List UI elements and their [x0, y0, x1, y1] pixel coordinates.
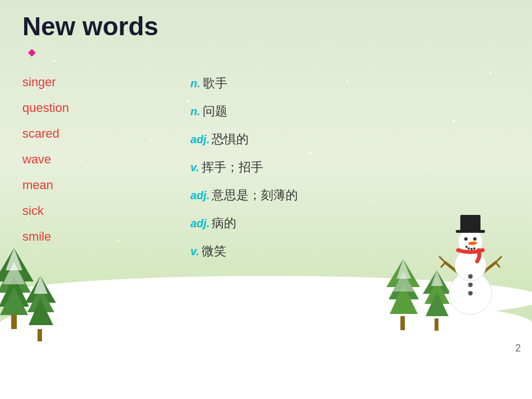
pos-tag: n. [190, 77, 200, 90]
pos-tag: n. [190, 105, 200, 118]
definition-item: v. 微笑 [190, 237, 510, 265]
diamond-icon: ◆ [28, 46, 510, 58]
word-item: mean [22, 172, 190, 198]
meaning-text: 微笑 [202, 243, 226, 260]
definition-item: adj. 意思是；刻薄的 [190, 181, 510, 209]
meaning-text: 意思是；刻薄的 [212, 187, 298, 204]
main-content: New words ◆ singerquestionscaredwavemean… [0, 0, 532, 399]
pos-tag: adj. [190, 217, 209, 230]
pos-tag: v. [190, 161, 199, 174]
definition-item: v. 挥手；招手 [190, 153, 510, 181]
word-item: scared [22, 121, 190, 147]
pos-tag: v. [190, 245, 199, 258]
page-number: 2 [515, 342, 521, 354]
meaning-text: 挥手；招手 [202, 159, 263, 176]
definition-item: n. 问题 [190, 97, 510, 125]
words-right-column: n. 歌手n. 问题adj. 恐惧的v. 挥手；招手adj. 意思是；刻薄的ad… [190, 69, 510, 265]
meaning-text: 问题 [203, 103, 227, 120]
definition-item: adj. 病的 [190, 209, 510, 237]
pos-tag: adj. [190, 189, 209, 202]
words-left-column: singerquestionscaredwavemeansicksmile [22, 69, 190, 265]
meaning-text: 恐惧的 [212, 131, 249, 148]
pos-tag: adj. [190, 133, 209, 146]
word-item: question [22, 95, 190, 121]
meaning-text: 歌手 [203, 75, 227, 92]
definition-item: adj. 恐惧的 [190, 125, 510, 153]
meaning-text: 病的 [212, 215, 236, 232]
word-item: sick [22, 198, 190, 224]
page-title: New words [22, 11, 510, 41]
definition-item: n. 歌手 [190, 69, 510, 97]
word-item: singer [22, 69, 190, 95]
word-item: wave [22, 147, 190, 172]
words-container: singerquestionscaredwavemeansicksmile n.… [22, 69, 510, 265]
word-item: smile [22, 224, 190, 250]
